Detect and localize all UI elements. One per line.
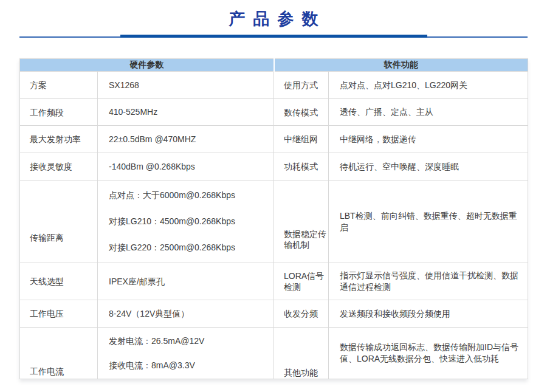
- hw-label: 方案: [30, 80, 96, 91]
- sw-value: 透传、广播、定点、主从: [340, 106, 524, 118]
- sw-value-cell: LBT检测、前向纠错、数据重传、超时无数据重启: [329, 181, 528, 263]
- table-row: 最大发射功率 22±0.5dBm @470MHZ 中继组网 中继网络，数据递传: [20, 126, 528, 153]
- hw-label: 接收灵敏度: [30, 161, 96, 172]
- table-row: 工作电流 发射电流：26.5mA@12V 接收电流：8mA@3.3V 其他功能 …: [20, 328, 528, 379]
- hw-label-cell: 接收灵敏度: [20, 153, 98, 181]
- sw-label-cell: 收发分频: [274, 300, 329, 328]
- hw-value: SX1268: [109, 80, 270, 91]
- hw-label-cell: 最大发射功率: [20, 126, 98, 153]
- table-row: 工作频段 410-525MHz 数传模式 透传、广播、定点、主从: [20, 99, 528, 126]
- sw-label: 数传模式: [284, 107, 327, 118]
- sw-label: LORA信号检测: [284, 270, 327, 292]
- sw-value: 中继网络，数据递传: [340, 134, 524, 145]
- table-row: 接收灵敏度 -140dBm @0.268Kbps 功耗模式 待机运行、空中唤醒、…: [20, 153, 528, 181]
- product-params-page: 产品参数 硬件参数 软件功能 方案 SX1268 使用方式 点对点、点对LG21…: [0, 0, 547, 392]
- hw-value-cell: 22±0.5dBm @470MHZ: [98, 126, 274, 153]
- hw-label-cell: 天线选型: [20, 263, 98, 300]
- sw-label: 其他功能: [284, 328, 327, 378]
- sw-label-cell: 数据稳定传输机制: [274, 181, 329, 263]
- hw-label-cell: 传输距离: [20, 181, 98, 263]
- title-divider-accent: [120, 35, 427, 38]
- hw-value-cell: 410-525MHz: [98, 99, 274, 126]
- hw-value: -140dBm @0.268Kbps: [109, 161, 270, 173]
- params-table-wrapper: 硬件参数 软件功能 方案 SX1268 使用方式 点对点、点对LG210、LG2…: [19, 58, 528, 379]
- sw-label: 数据稳定传输机制: [284, 193, 327, 250]
- sw-value: LBT检测、前向纠错、数据重传、超时无数据重启: [340, 210, 524, 233]
- hw-label-cell: 工作电流: [20, 328, 98, 379]
- hw-value-line: 接收电流：8mA@3.3V: [109, 360, 270, 371]
- hw-value-cell: SX1268: [98, 72, 274, 99]
- sw-label: 收发分频: [284, 308, 327, 319]
- table-row: 天线选型 IPEX座/邮票孔 LORA信号检测 指示灯显示信号强度、使用信道干扰…: [20, 263, 528, 300]
- sw-label-cell: 中继组网: [274, 126, 329, 153]
- hw-value: 8-24V（12V典型值）: [109, 308, 270, 320]
- hw-label: 最大发射功率: [30, 134, 96, 145]
- sw-value-cell: 待机运行、空中唤醒、深度睡眠: [329, 153, 528, 181]
- hw-label: 工作频段: [30, 107, 96, 118]
- sw-label-cell: 数传模式: [274, 99, 329, 126]
- sw-value: 数据传输成功返回标志、数据传输附加ID与信号值、LORA无线数据分包、快速进入低…: [340, 342, 524, 365]
- software-header-cell: 软件功能: [274, 59, 528, 72]
- table-row: 方案 SX1268 使用方式 点对点、点对LG210、LG220网关: [20, 72, 528, 99]
- sw-label: 中继组网: [284, 134, 327, 145]
- sw-label: 功耗模式: [284, 161, 327, 172]
- sw-label: 使用方式: [284, 80, 327, 91]
- hardware-header-cell: 硬件参数: [20, 59, 274, 72]
- hw-label-cell: 方案: [20, 72, 98, 99]
- table-header-row: 硬件参数 软件功能: [20, 59, 528, 72]
- sw-value-cell: 点对点、点对LG210、LG220网关: [329, 72, 528, 99]
- hw-value-cell: -140dBm @0.268Kbps: [98, 153, 274, 181]
- sw-value: 点对点、点对LG210、LG220网关: [340, 80, 524, 91]
- sw-value-cell: 数据传输成功返回标志、数据传输附加ID与信号值、LORA无线数据分包、快速进入低…: [329, 328, 528, 379]
- sw-label-cell: 其他功能: [274, 328, 329, 379]
- hw-label: 工作电压: [30, 308, 96, 319]
- sw-value: 待机运行、空中唤醒、深度睡眠: [340, 161, 524, 173]
- hw-label-cell: 工作电压: [20, 300, 98, 328]
- hw-value-cell: 点对点：大于6000m@0.268Kbps 对接LG210：4500m@0.26…: [98, 181, 274, 263]
- hw-value-cell: IPEX座/邮票孔: [98, 263, 274, 300]
- sw-value-cell: 透传、广播、定点、主从: [329, 99, 528, 126]
- hw-label: 天线选型: [30, 276, 96, 287]
- sw-value-cell: 发送频段和接收频段分频使用: [329, 300, 528, 328]
- hw-value-line: 点对点：大于6000m@0.268Kbps: [109, 190, 270, 201]
- hw-value-line: 发射电流：26.5mA@12V: [109, 335, 270, 347]
- sw-value-cell: 指示灯显示信号强度、使用信道干扰检测、数据通信过程检测: [329, 263, 528, 300]
- hw-value: 410-525MHz: [109, 106, 270, 118]
- sw-label-cell: 功耗模式: [274, 153, 329, 181]
- sw-value-cell: 中继网络，数据递传: [329, 126, 528, 153]
- hw-label: 传输距离: [30, 201, 96, 243]
- hw-value-line: 对接LG210：4500m@0.268Kbps: [109, 216, 270, 227]
- sw-label-cell: LORA信号检测: [274, 263, 329, 300]
- sw-label-cell: 使用方式: [274, 72, 329, 99]
- hw-value: 22±0.5dBm @470MHZ: [109, 134, 270, 145]
- hw-value-cell: 发射电流：26.5mA@12V 接收电流：8mA@3.3V: [98, 328, 274, 379]
- table-row: 工作电压 8-24V（12V典型值） 收发分频 发送频段和接收频段分频使用: [20, 300, 528, 328]
- hw-label: 工作电流: [30, 329, 96, 377]
- hw-value: IPEX座/邮票孔: [109, 276, 270, 287]
- params-table: 硬件参数 软件功能 方案 SX1268 使用方式 点对点、点对LG210、LG2…: [19, 58, 528, 379]
- sw-value: 指示灯显示信号强度、使用信道干扰检测、数据通信过程检测: [340, 270, 524, 293]
- page-title: 产品参数: [0, 8, 547, 30]
- table-row: 传输距离 点对点：大于6000m@0.268Kbps 对接LG210：4500m…: [20, 181, 528, 263]
- hw-value-line: 对接LG220：2500m@0.268Kbps: [109, 242, 270, 253]
- hw-value-cell: 8-24V（12V典型值）: [98, 300, 274, 328]
- hw-label-cell: 工作频段: [20, 99, 98, 126]
- sw-value: 发送频段和接收频段分频使用: [340, 308, 524, 320]
